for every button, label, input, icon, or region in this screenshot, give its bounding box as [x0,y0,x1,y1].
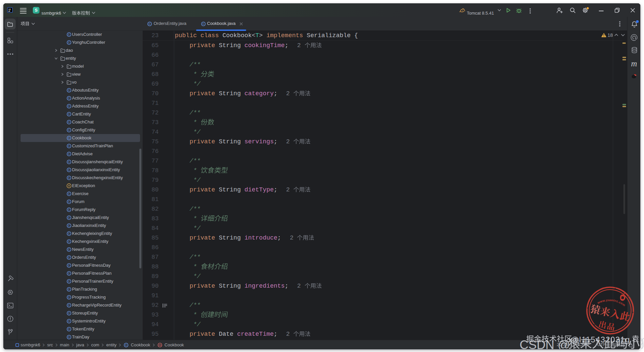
svg-text:C: C [68,89,70,92]
svg-text:C: C [68,112,70,116]
svg-text:C: C [202,22,205,26]
svg-text:C: C [68,192,70,195]
svg-text:C: C [68,120,70,124]
svg-text:C: C [68,136,70,140]
svg-text:C: C [68,33,70,36]
svg-text:C: C [68,304,70,307]
svg-text:C: C [68,296,70,299]
svg-text:C: C [68,248,70,251]
svg-text:C: C [68,280,70,283]
svg-text:C: C [68,232,70,235]
svg-text:C: C [68,97,70,100]
svg-text:C: C [68,272,70,275]
svg-text:C: C [68,319,70,323]
svg-text:m: m [159,343,161,347]
svg-text:IJ: IJ [9,8,11,11]
svg-text:C: C [125,343,127,347]
svg-text:C: C [68,264,70,267]
svg-text:C: C [68,168,70,172]
svg-text:C: C [68,327,70,331]
svg-text:C: C [68,208,70,211]
svg-text:C: C [68,144,70,148]
svg-text:C: C [68,335,70,339]
svg-text:C: C [68,41,70,44]
svg-text:C: C [68,105,70,108]
svg-text:C: C [68,216,70,219]
svg-text:C: C [68,240,70,243]
svg-text:C: C [68,128,70,132]
svg-text:C: C [68,256,70,259]
svg-text:C: C [68,176,70,179]
svg-text:C: C [68,200,70,203]
svg-text:C: C [68,312,70,315]
svg-text:www.yuanirc.com: www.yuanirc.com [596,295,627,311]
svg-text:C: C [68,160,70,164]
svg-text:C: C [149,22,151,26]
svg-text:C: C [68,152,70,156]
svg-text:C: C [68,224,70,227]
svg-text:C: C [68,288,70,291]
